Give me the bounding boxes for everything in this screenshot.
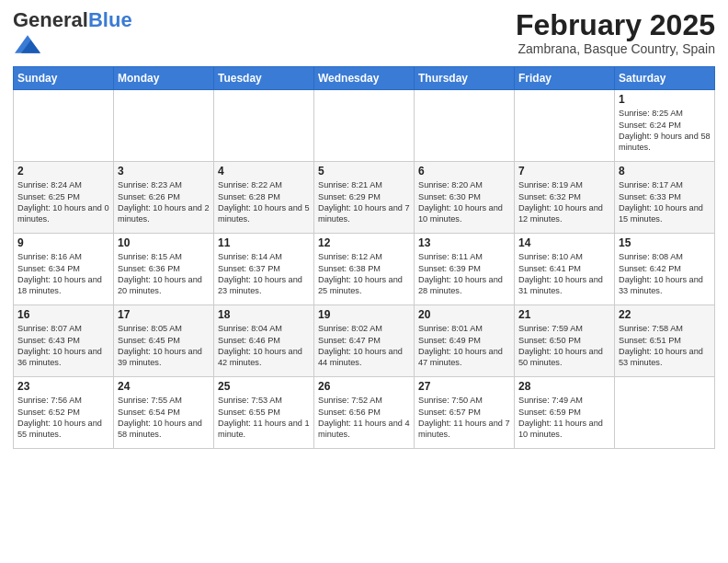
day-info: Sunrise: 8:19 AM Sunset: 6:32 PM Dayligh… [518, 179, 610, 225]
day-info: Sunrise: 8:01 AM Sunset: 6:49 PM Dayligh… [418, 323, 510, 369]
day-cell: 10Sunrise: 8:15 AM Sunset: 6:36 PM Dayli… [114, 234, 214, 305]
day-number: 21 [518, 308, 610, 321]
weekday-header-saturday: Saturday [615, 67, 715, 90]
day-number: 18 [218, 308, 310, 321]
day-info: Sunrise: 8:23 AM Sunset: 6:26 PM Dayligh… [118, 179, 210, 225]
day-cell: 21Sunrise: 7:59 AM Sunset: 6:50 PM Dayli… [515, 305, 615, 377]
day-cell [14, 90, 114, 162]
day-cell: 6Sunrise: 8:20 AM Sunset: 6:30 PM Daylig… [415, 162, 515, 234]
day-info: Sunrise: 8:24 AM Sunset: 6:25 PM Dayligh… [17, 179, 109, 225]
weekday-header-tuesday: Tuesday [214, 67, 314, 90]
day-number: 23 [17, 380, 109, 393]
day-number: 22 [619, 308, 711, 321]
day-cell: 17Sunrise: 8:05 AM Sunset: 6:45 PM Dayli… [114, 305, 214, 377]
day-cell [214, 90, 314, 162]
month-title: February 2025 [516, 9, 715, 41]
day-info: Sunrise: 7:50 AM Sunset: 6:57 PM Dayligh… [418, 395, 510, 441]
weekday-header-wednesday: Wednesday [314, 67, 415, 90]
day-info: Sunrise: 8:25 AM Sunset: 6:24 PM Dayligh… [619, 108, 711, 154]
day-info: Sunrise: 7:55 AM Sunset: 6:54 PM Dayligh… [118, 395, 210, 441]
day-cell: 18Sunrise: 8:04 AM Sunset: 6:46 PM Dayli… [214, 305, 314, 377]
day-info: Sunrise: 8:14 AM Sunset: 6:37 PM Dayligh… [218, 251, 310, 297]
day-cell: 2Sunrise: 8:24 AM Sunset: 6:25 PM Daylig… [14, 162, 114, 234]
day-info: Sunrise: 7:58 AM Sunset: 6:51 PM Dayligh… [619, 323, 711, 369]
day-info: Sunrise: 8:07 AM Sunset: 6:43 PM Dayligh… [17, 323, 109, 369]
day-number: 12 [318, 236, 410, 249]
day-number: 27 [418, 380, 510, 393]
day-number: 16 [17, 308, 109, 321]
weekday-header-sunday: Sunday [14, 67, 114, 90]
day-cell: 25Sunrise: 7:53 AM Sunset: 6:55 PM Dayli… [214, 377, 314, 449]
day-cell: 9Sunrise: 8:16 AM Sunset: 6:34 PM Daylig… [14, 234, 114, 305]
week-row-2: 9Sunrise: 8:16 AM Sunset: 6:34 PM Daylig… [14, 234, 715, 305]
day-cell [615, 377, 715, 449]
weekday-header-row: SundayMondayTuesdayWednesdayThursdayFrid… [14, 67, 715, 90]
day-info: Sunrise: 7:59 AM Sunset: 6:50 PM Dayligh… [518, 323, 610, 369]
day-number: 24 [118, 380, 210, 393]
day-cell: 23Sunrise: 7:56 AM Sunset: 6:52 PM Dayli… [14, 377, 114, 449]
day-info: Sunrise: 8:12 AM Sunset: 6:38 PM Dayligh… [318, 251, 410, 297]
day-number: 4 [218, 165, 310, 178]
header: GeneralBlue February 2025 Zambrana, Basq… [13, 9, 715, 61]
day-info: Sunrise: 8:17 AM Sunset: 6:33 PM Dayligh… [619, 179, 711, 225]
day-number: 1 [619, 93, 711, 106]
day-info: Sunrise: 7:52 AM Sunset: 6:56 PM Dayligh… [318, 395, 410, 441]
day-cell [515, 90, 615, 162]
week-row-4: 23Sunrise: 7:56 AM Sunset: 6:52 PM Dayli… [14, 377, 715, 449]
day-number: 7 [518, 165, 610, 178]
day-cell: 24Sunrise: 7:55 AM Sunset: 6:54 PM Dayli… [114, 377, 214, 449]
day-cell: 12Sunrise: 8:12 AM Sunset: 6:38 PM Dayli… [314, 234, 415, 305]
day-cell: 16Sunrise: 8:07 AM Sunset: 6:43 PM Dayli… [14, 305, 114, 377]
day-cell: 11Sunrise: 8:14 AM Sunset: 6:37 PM Dayli… [214, 234, 314, 305]
day-info: Sunrise: 8:22 AM Sunset: 6:28 PM Dayligh… [218, 179, 310, 225]
day-info: Sunrise: 8:21 AM Sunset: 6:29 PM Dayligh… [318, 179, 410, 225]
day-cell: 7Sunrise: 8:19 AM Sunset: 6:32 PM Daylig… [515, 162, 615, 234]
day-cell [114, 90, 214, 162]
day-info: Sunrise: 8:08 AM Sunset: 6:42 PM Dayligh… [619, 251, 711, 297]
day-number: 19 [318, 308, 410, 321]
day-number: 6 [418, 165, 510, 178]
day-cell: 8Sunrise: 8:17 AM Sunset: 6:33 PM Daylig… [615, 162, 715, 234]
logo: GeneralBlue [13, 9, 132, 61]
day-number: 5 [318, 165, 410, 178]
day-info: Sunrise: 8:11 AM Sunset: 6:39 PM Dayligh… [418, 251, 510, 297]
day-cell: 27Sunrise: 7:50 AM Sunset: 6:57 PM Dayli… [415, 377, 515, 449]
calendar: SundayMondayTuesdayWednesdayThursdayFrid… [13, 66, 715, 449]
day-cell [415, 90, 515, 162]
logo-icon [15, 31, 40, 57]
day-number: 8 [619, 165, 711, 178]
day-number: 20 [418, 308, 510, 321]
day-number: 3 [118, 165, 210, 178]
day-info: Sunrise: 8:20 AM Sunset: 6:30 PM Dayligh… [418, 179, 510, 225]
day-info: Sunrise: 8:15 AM Sunset: 6:36 PM Dayligh… [118, 251, 210, 297]
day-info: Sunrise: 8:16 AM Sunset: 6:34 PM Dayligh… [17, 251, 109, 297]
day-number: 28 [518, 380, 610, 393]
day-number: 15 [619, 236, 711, 249]
weekday-header-friday: Friday [515, 67, 615, 90]
week-row-1: 2Sunrise: 8:24 AM Sunset: 6:25 PM Daylig… [14, 162, 715, 234]
day-cell: 4Sunrise: 8:22 AM Sunset: 6:28 PM Daylig… [214, 162, 314, 234]
day-info: Sunrise: 8:02 AM Sunset: 6:47 PM Dayligh… [318, 323, 410, 369]
day-info: Sunrise: 8:04 AM Sunset: 6:46 PM Dayligh… [218, 323, 310, 369]
title-area: February 2025 Zambrana, Basque Country, … [516, 9, 715, 56]
day-number: 2 [17, 165, 109, 178]
day-info: Sunrise: 7:56 AM Sunset: 6:52 PM Dayligh… [17, 395, 109, 441]
page: GeneralBlue February 2025 Zambrana, Basq… [0, 0, 728, 563]
weekday-header-monday: Monday [114, 67, 214, 90]
day-cell: 13Sunrise: 8:11 AM Sunset: 6:39 PM Dayli… [415, 234, 515, 305]
day-cell: 20Sunrise: 8:01 AM Sunset: 6:49 PM Dayli… [415, 305, 515, 377]
week-row-3: 16Sunrise: 8:07 AM Sunset: 6:43 PM Dayli… [14, 305, 715, 377]
day-cell [314, 90, 415, 162]
day-info: Sunrise: 8:10 AM Sunset: 6:41 PM Dayligh… [518, 251, 610, 297]
day-cell: 26Sunrise: 7:52 AM Sunset: 6:56 PM Dayli… [314, 377, 415, 449]
day-number: 9 [17, 236, 109, 249]
weekday-header-thursday: Thursday [415, 67, 515, 90]
day-cell: 15Sunrise: 8:08 AM Sunset: 6:42 PM Dayli… [615, 234, 715, 305]
day-number: 26 [318, 380, 410, 393]
week-row-0: 1Sunrise: 8:25 AM Sunset: 6:24 PM Daylig… [14, 90, 715, 162]
logo-general: General [13, 8, 88, 31]
logo-text: GeneralBlue [13, 9, 132, 31]
day-number: 13 [418, 236, 510, 249]
day-number: 14 [518, 236, 610, 249]
logo-blue: Blue [88, 8, 132, 31]
